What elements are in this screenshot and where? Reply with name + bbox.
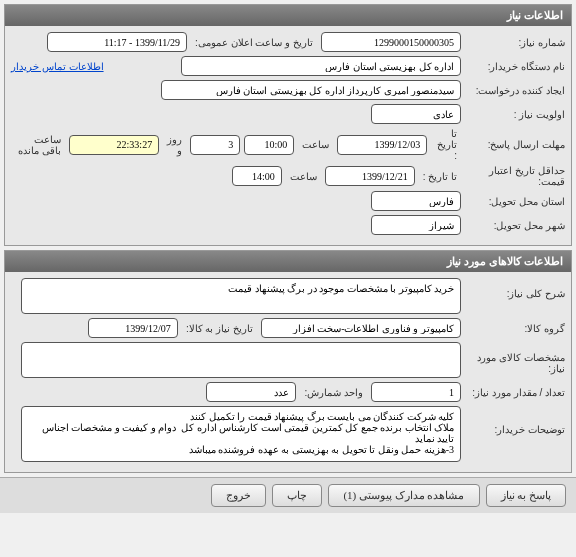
row-city: شهر محل تحویل: — [11, 215, 565, 235]
province-input[interactable] — [371, 191, 461, 211]
announce-label: تاریخ و ساعت اعلان عمومی: — [191, 37, 317, 48]
notes-textarea[interactable] — [21, 406, 461, 462]
reply-button[interactable]: پاسخ به نیاز — [486, 484, 567, 507]
buyer-contact-link[interactable]: اطلاعات تماس خریدار — [11, 61, 104, 72]
row-priority: اولویت نیاز : — [11, 104, 565, 124]
priority-label: اولویت نیاز : — [465, 109, 565, 120]
group-label: گروه کالا: — [465, 323, 565, 334]
time-remaining-input[interactable] — [69, 135, 159, 155]
deadline-date-input[interactable] — [337, 135, 427, 155]
print-button[interactable]: چاپ — [272, 484, 322, 507]
button-bar: پاسخ به نیاز مشاهده مدارک پیوستی (1) چاپ… — [0, 477, 576, 513]
need-info-panel: اطلاعات نیاز شماره نیاز: تاریخ و ساعت اع… — [4, 4, 572, 246]
row-deadline: مهلت ارسال پاسخ: تا تاریخ : ساعت روز و س… — [11, 128, 565, 161]
remaining-label: ساعت باقی مانده — [11, 134, 65, 156]
need-date-input[interactable] — [88, 318, 178, 338]
panel2-header: اطلاعات کالاهای مورد نیاز — [5, 251, 571, 272]
unit-label: واحد شمارش: — [300, 387, 367, 398]
row-desc: شرح کلی نیاز: — [11, 278, 565, 314]
min-credit-date-input[interactable] — [325, 166, 415, 186]
row-group: گروه کالا: تاریخ نیاز به کالا: — [11, 318, 565, 338]
panel1-body: شماره نیاز: تاریخ و ساعت اعلان عمومی: نا… — [5, 26, 571, 245]
buyer-label: نام دستگاه خریدار: — [465, 61, 565, 72]
row-buyer: نام دستگاه خریدار: اطلاعات تماس خریدار — [11, 56, 565, 76]
spec-label: مشخصات کالای مورد نیاز: — [465, 342, 565, 374]
need-date-label: تاریخ نیاز به کالا: — [182, 323, 257, 334]
qty-input[interactable] — [371, 382, 461, 402]
spec-textarea[interactable] — [21, 342, 461, 378]
need-number-input[interactable] — [321, 32, 461, 52]
unit-input[interactable] — [206, 382, 296, 402]
min-credit-time-input[interactable] — [232, 166, 282, 186]
row-notes: توضیحات خریدار: — [11, 406, 565, 462]
creator-label: ایجاد کننده درخواست: — [465, 85, 565, 96]
deadline-time-input[interactable] — [244, 135, 294, 155]
qty-label: تعداد / مقدار مورد نیاز: — [465, 387, 565, 398]
city-input[interactable] — [371, 215, 461, 235]
exit-button[interactable]: خروج — [211, 484, 266, 507]
buyer-input[interactable] — [181, 56, 461, 76]
row-qty: تعداد / مقدار مورد نیاز: واحد شمارش: — [11, 382, 565, 402]
desc-textarea[interactable] — [21, 278, 461, 314]
goods-info-panel: اطلاعات کالاهای مورد نیاز شرح کلی نیاز: … — [4, 250, 572, 473]
until-label: تا تاریخ : — [431, 128, 461, 161]
group-input[interactable] — [261, 318, 461, 338]
row-spec: مشخصات کالای مورد نیاز: — [11, 342, 565, 378]
row-need-number: شماره نیاز: تاریخ و ساعت اعلان عمومی: — [11, 32, 565, 52]
priority-input[interactable] — [371, 104, 461, 124]
min-credit-label: حداقل تاریخ اعتبار قیمت: — [465, 165, 565, 187]
notes-label: توضیحات خریدار: — [465, 406, 565, 435]
row-creator: ایجاد کننده درخواست: — [11, 80, 565, 100]
announce-input[interactable] — [47, 32, 187, 52]
days-label: روز و — [163, 134, 186, 156]
attachments-button[interactable]: مشاهده مدارک پیوستی (1) — [328, 484, 479, 507]
province-label: استان محل تحویل: — [465, 196, 565, 207]
creator-input[interactable] — [161, 80, 461, 100]
time-label-1: ساعت — [298, 139, 333, 150]
days-remaining-input[interactable] — [190, 135, 240, 155]
min-credit-until: تا تاریخ : — [419, 171, 461, 182]
city-label: شهر محل تحویل: — [465, 220, 565, 231]
row-min-credit: حداقل تاریخ اعتبار قیمت: تا تاریخ : ساعت — [11, 165, 565, 187]
desc-label: شرح کلی نیاز: — [465, 278, 565, 299]
deadline-label: مهلت ارسال پاسخ: — [465, 139, 565, 150]
time-label-2: ساعت — [286, 171, 321, 182]
need-number-label: شماره نیاز: — [465, 37, 565, 48]
panel2-body: شرح کلی نیاز: گروه کالا: تاریخ نیاز به ک… — [5, 272, 571, 472]
row-province: استان محل تحویل: — [11, 191, 565, 211]
panel1-header: اطلاعات نیاز — [5, 5, 571, 26]
